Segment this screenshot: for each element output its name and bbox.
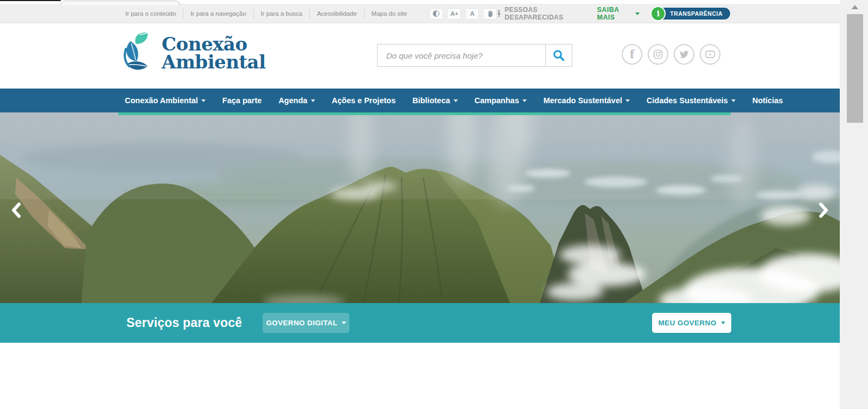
scrollbar-thumb[interactable]: [847, 14, 863, 123]
main-navigation: Conexão Ambiental Faça parte Agenda Açõe…: [0, 89, 840, 112]
nav-item-noticias[interactable]: Notícias: [752, 96, 783, 105]
governo-digital-label: GOVERNO DIGITAL: [266, 319, 337, 327]
logo-line2: Ambiental: [162, 53, 266, 71]
browser-chrome-sliver: [0, 0, 868, 4]
services-title: Serviços para você: [126, 316, 242, 330]
nav-item-acoes-e-projetos[interactable]: Ações e Projetos: [332, 96, 396, 105]
logo-wordmark: Conexão Ambiental: [162, 35, 266, 72]
info-icon: i: [650, 6, 666, 21]
chevron-down-icon: [522, 99, 527, 102]
saiba-mais-dropdown[interactable]: SAIBA MAIS: [597, 6, 640, 21]
chevron-left-icon: [11, 202, 22, 218]
youtube-link[interactable]: [700, 44, 720, 65]
nav-item-mercado-sustentavel[interactable]: Mercado Sustentável: [544, 96, 630, 105]
nav-item-cidades-sustentaveis[interactable]: Cidades Sustentáveis: [647, 96, 736, 105]
logo-leaves-icon: [119, 30, 157, 76]
meu-governo-dropdown[interactable]: MEU GOVERNO: [652, 313, 731, 333]
browser-tab-remnant: [61, 1, 180, 5]
nav-item-biblioteca[interactable]: Biblioteca: [412, 96, 457, 105]
services-inner: Serviços para você GOVERNO DIGITAL MEU G…: [118, 303, 731, 343]
vertical-scrollbar[interactable]: [840, 0, 868, 409]
carousel-next-button[interactable]: [814, 198, 833, 222]
search-icon: [552, 49, 565, 62]
libras-button[interactable]: [483, 8, 497, 20]
nav-menu: Conexão Ambiental Faça parte Agenda Açõe…: [118, 89, 731, 112]
facebook-link[interactable]: f: [622, 44, 642, 65]
chevron-down-icon: [454, 99, 458, 102]
skip-to-content-link[interactable]: Ir para o conteúdo: [118, 10, 183, 17]
skip-to-search-link[interactable]: Ir para a busca: [253, 10, 309, 17]
content-whitespace: [0, 343, 840, 405]
social-links: f: [622, 44, 720, 65]
contrast-button[interactable]: [429, 8, 443, 20]
transparencia-button[interactable]: i TRANSPARÊNCIA: [652, 7, 731, 21]
chevron-down-icon: [311, 99, 315, 102]
twitter-link[interactable]: [674, 44, 694, 65]
nav-label: Biblioteca: [412, 96, 450, 105]
saiba-mais-label: SAIBA MAIS: [597, 6, 633, 21]
nav-label: Cidades Sustentáveis: [647, 96, 728, 105]
browser-viewport: Ir para o conteúdo Ir para a navegação I…: [0, 0, 868, 409]
chevron-down-icon: [342, 322, 346, 324]
logo-line1: Conexão: [162, 35, 266, 53]
nav-label: Faça parte: [222, 96, 262, 105]
window-edge: [0, 0, 61, 1]
scroll-up-arrow-icon[interactable]: [852, 5, 858, 9]
site-logo[interactable]: Conexão Ambiental: [119, 30, 266, 76]
font-default-button[interactable]: A: [465, 8, 479, 20]
menu-underline: [118, 112, 731, 115]
hero-mountains-image: [0, 112, 840, 303]
hero-carousel: [0, 112, 840, 303]
instagram-link[interactable]: [648, 44, 668, 65]
carousel-prev-button[interactable]: [7, 198, 26, 222]
youtube-icon: [705, 49, 716, 60]
nav-item-agenda[interactable]: Agenda: [278, 96, 315, 105]
libras-hand-icon: [486, 10, 494, 18]
meu-governo-label: MEU GOVERNO: [658, 319, 716, 327]
instagram-icon: [653, 49, 663, 60]
chevron-down-icon: [721, 322, 725, 324]
search-input[interactable]: [378, 45, 545, 66]
nav-label: Agenda: [278, 96, 307, 105]
nav-label: Conexão Ambiental: [125, 96, 198, 105]
twitter-icon: [679, 49, 690, 60]
chevron-down-icon: [731, 99, 736, 102]
person-icon: [497, 9, 501, 18]
search-button[interactable]: [545, 45, 572, 66]
chevron-down-icon: [626, 99, 630, 102]
facebook-icon: f: [630, 48, 635, 61]
services-band: Serviços para você GOVERNO DIGITAL MEU G…: [0, 303, 840, 343]
nav-label: Ações e Projetos: [332, 96, 396, 105]
accessibility-tools: A+ A: [429, 8, 497, 20]
search-box: [377, 44, 572, 67]
chevron-right-icon: [818, 202, 829, 218]
missing-persons-link[interactable]: PESSOAS DESAPARECIDAS: [497, 6, 585, 21]
site-header: Conexão Ambiental f: [0, 23, 840, 89]
accessibility-link[interactable]: Acessibilidade: [310, 10, 364, 17]
governo-digital-dropdown[interactable]: GOVERNO DIGITAL: [263, 313, 349, 333]
accessibility-topbar: Ir para o conteúdo Ir para a navegação I…: [0, 4, 840, 23]
nav-label: Campanhas: [475, 96, 519, 105]
missing-persons-label: PESSOAS DESAPARECIDAS: [505, 6, 585, 21]
chevron-down-icon: [201, 99, 206, 102]
page: Ir para o conteúdo Ir para a navegação I…: [0, 4, 840, 409]
transparencia-label: TRANSPARÊNCIA: [670, 10, 723, 17]
nav-item-faca-parte[interactable]: Faça parte: [222, 96, 262, 105]
skip-to-navigation-link[interactable]: Ir para a navegação: [183, 10, 253, 17]
topbar-right: PESSOAS DESAPARECIDAS SAIBA MAIS i TRANS…: [497, 6, 731, 21]
sitemap-link[interactable]: Mapa do site: [365, 10, 414, 17]
nav-item-campanhas[interactable]: Campanhas: [475, 96, 527, 105]
contrast-icon: [433, 10, 439, 17]
nav-item-conexao-ambiental[interactable]: Conexão Ambiental: [125, 96, 206, 105]
topbar-inner: Ir para o conteúdo Ir para a navegação I…: [118, 4, 731, 23]
chevron-down-icon: [635, 12, 640, 15]
nav-label: Notícias: [752, 96, 783, 105]
font-increase-button[interactable]: A+: [447, 8, 461, 20]
nav-label: Mercado Sustentável: [544, 96, 622, 105]
